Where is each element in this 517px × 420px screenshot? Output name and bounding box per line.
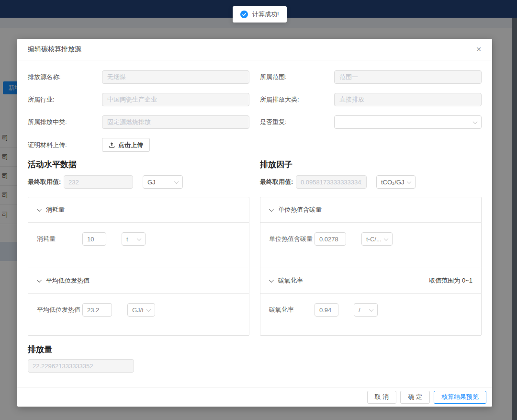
- field-upload: 证明材料上传: 点击上传: [28, 138, 249, 152]
- factor-final-input[interactable]: [296, 175, 367, 189]
- modal-header: 编辑碳核算排放源 ✕: [17, 39, 492, 60]
- emission-row: [28, 359, 482, 373]
- heating-label: 平均低位发热值: [37, 303, 82, 315]
- oxidation-input[interactable]: [315, 303, 338, 317]
- field-category-major: 所属排放大类:: [260, 93, 482, 106]
- field-industry: 所属行业:: [28, 93, 249, 106]
- category-major-input[interactable]: [334, 93, 482, 106]
- activity-section: 活动水平数据 最终取用值: GJ 消耗量: [28, 159, 249, 336]
- activity-collapse: 消耗量 消耗量 t: [28, 197, 249, 336]
- factor-final-unit-value: tCO₂/GJ: [381, 179, 404, 186]
- field-scope: 所属范围:: [260, 70, 482, 84]
- carbon-input[interactable]: [315, 232, 346, 246]
- field-source-name: 排放源名称:: [28, 70, 249, 84]
- consumption-panel: 消耗量 消耗量 t: [28, 197, 249, 268]
- chevron-down-icon: [146, 307, 151, 312]
- oxidation-unit-select[interactable]: /: [354, 303, 378, 317]
- carbon-unit-select[interactable]: t-C/...: [361, 232, 393, 246]
- consumption-panel-header[interactable]: 消耗量: [28, 197, 249, 222]
- chevron-down-icon: [137, 236, 142, 241]
- chevron-down-icon: [473, 119, 478, 124]
- factor-section: 排放因子 最终取用值: tCO₂/GJ 单位热值含碳量: [260, 159, 482, 336]
- upload-button[interactable]: 点击上传: [102, 138, 150, 152]
- preview-result-button[interactable]: 核算结果预览: [434, 391, 486, 404]
- factor-collapse: 单位热值含碳量 单位热值含碳量 t-C/...: [260, 197, 482, 336]
- activity-final-row: 最终取用值: GJ: [28, 175, 249, 189]
- scope-input[interactable]: [334, 70, 482, 84]
- heating-unit-value: GJ/t: [132, 306, 144, 314]
- field-category-mid: 所属排放中类:: [28, 115, 249, 129]
- emission-section-title: 排放量: [28, 344, 482, 355]
- oxidation-range-hint: 取值范围为 0~1: [429, 276, 472, 285]
- carbon-panel-body: 单位热值含碳量 t-C/...: [260, 222, 481, 268]
- activity-final-input[interactable]: [64, 175, 133, 189]
- upload-icon: [109, 142, 115, 148]
- field-duplicate: 是否重复:: [260, 115, 482, 129]
- oxidation-label: 碳氧化率: [269, 303, 315, 315]
- oxidation-panel-title: 碳氧化率: [278, 276, 303, 285]
- modal-footer: 取 消 确 定 核算结果预览: [17, 387, 492, 407]
- chevron-down-icon: [174, 179, 179, 184]
- chevron-down-icon: [37, 207, 42, 212]
- factor-final-label: 最终取用值:: [260, 178, 296, 186]
- chevron-down-icon: [407, 179, 412, 184]
- category-major-label: 所属排放大类:: [260, 95, 334, 104]
- factor-final-row: 最终取用值: tCO₂/GJ: [260, 175, 482, 189]
- activity-final-label: 最终取用值:: [28, 178, 64, 186]
- activity-final-unit-select[interactable]: GJ: [143, 175, 183, 189]
- chevron-down-icon: [269, 278, 274, 283]
- emission-amount-input[interactable]: [28, 359, 134, 373]
- activity-final-unit-value: GJ: [147, 179, 156, 186]
- heating-panel-header[interactable]: 平均低位发热值: [28, 268, 249, 293]
- success-icon: [240, 11, 248, 18]
- heating-value-panel: 平均低位发热值 平均低位发热值 GJ/t: [28, 268, 249, 335]
- toast-message: 计算成功!: [252, 10, 279, 19]
- chevron-down-icon: [383, 236, 388, 241]
- success-toast: 计算成功!: [233, 6, 287, 23]
- consumption-panel-title: 消耗量: [46, 205, 65, 214]
- consumption-panel-body: 消耗量 t: [28, 222, 249, 268]
- cancel-button[interactable]: 取 消: [367, 391, 397, 404]
- carbon-panel-title: 单位热值含碳量: [278, 205, 322, 214]
- oxidation-panel-body: 碳氧化率 /: [260, 293, 481, 335]
- activity-section-title: 活动水平数据: [28, 159, 249, 170]
- source-name-label: 排放源名称:: [28, 73, 102, 81]
- upload-label: 证明材料上传:: [28, 141, 102, 149]
- duplicate-label: 是否重复:: [260, 118, 334, 126]
- category-mid-label: 所属排放中类:: [28, 118, 102, 126]
- factor-section-title: 排放因子: [260, 159, 482, 170]
- heating-unit-select[interactable]: GJ/t: [127, 303, 155, 317]
- confirm-button[interactable]: 确 定: [400, 391, 430, 404]
- industry-input[interactable]: [102, 93, 249, 106]
- consumption-unit-value: t: [126, 236, 128, 243]
- upload-button-label: 点击上传: [118, 141, 143, 149]
- modal-body: 排放源名称: 所属范围: 所属行业: 所属排放大类:: [17, 60, 492, 373]
- heating-panel-body: 平均低位发热值 GJ/t: [28, 293, 249, 335]
- edit-emission-source-modal: 编辑碳核算排放源 ✕ 排放源名称: 所属范围: 所属行业:: [17, 39, 492, 407]
- consumption-label: 消耗量: [37, 232, 82, 244]
- oxidation-panel: 碳氧化率 取值范围为 0~1 碳氧化率 /: [260, 268, 481, 335]
- close-icon[interactable]: ✕: [476, 46, 482, 53]
- consumption-input[interactable]: [82, 232, 106, 246]
- scope-label: 所属范围:: [260, 73, 334, 81]
- source-name-input[interactable]: [102, 70, 249, 84]
- carbon-label: 单位热值含碳量: [269, 232, 315, 244]
- consumption-unit-select[interactable]: t: [122, 232, 146, 246]
- chevron-down-icon: [369, 307, 374, 312]
- category-mid-input[interactable]: [102, 115, 249, 129]
- chevron-down-icon: [269, 207, 274, 212]
- carbon-content-panel: 单位热值含碳量 单位热值含碳量 t-C/...: [260, 197, 481, 268]
- chevron-down-icon: [37, 278, 42, 283]
- empty-cell: [260, 138, 482, 152]
- heating-panel-title: 平均低位发热值: [46, 276, 90, 285]
- data-sections: 活动水平数据 最终取用值: GJ 消耗量: [28, 159, 482, 336]
- modal-title: 编辑碳核算排放源: [28, 45, 81, 54]
- factor-final-unit-select[interactable]: tCO₂/GJ: [376, 175, 416, 189]
- heating-input[interactable]: [82, 303, 112, 317]
- basic-info-form: 排放源名称: 所属范围: 所属行业: 所属排放大类:: [28, 70, 482, 152]
- oxidation-unit-value: /: [359, 306, 360, 314]
- duplicate-select[interactable]: [334, 115, 482, 129]
- industry-label: 所属行业:: [28, 95, 102, 104]
- carbon-panel-header[interactable]: 单位热值含碳量: [260, 197, 481, 222]
- oxidation-panel-header[interactable]: 碳氧化率 取值范围为 0~1: [260, 268, 481, 293]
